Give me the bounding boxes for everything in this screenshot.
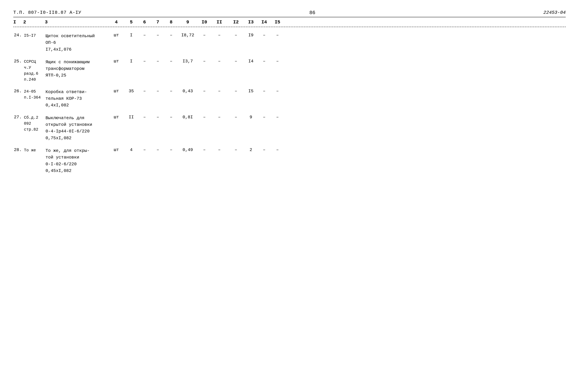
row-5-col-10: – xyxy=(198,147,211,153)
col-header-3: 3 xyxy=(45,20,108,25)
row-2-col-10: – xyxy=(198,58,211,64)
header-divider xyxy=(13,27,566,27)
col-header-6: 6 xyxy=(138,20,151,25)
header-right: 22453-04 xyxy=(543,10,566,15)
row-4-col-7: – xyxy=(151,114,164,120)
row-3-col-11: – xyxy=(211,88,228,94)
row-5-col-3: То же, для откры- той установки 0-I-02-6… xyxy=(45,147,108,174)
row-5-col-5: 4 xyxy=(125,147,138,153)
row-4-col-12: – xyxy=(228,114,244,120)
row-1-col-15: – xyxy=(271,32,284,38)
row-1-col-12: – xyxy=(228,32,244,38)
row-2-col-4: шт xyxy=(108,58,125,64)
col-header-12: I2 xyxy=(228,20,244,25)
row-4-col-8: – xyxy=(164,114,178,120)
row-5-col-11: – xyxy=(211,147,228,153)
row-5-col-6: – xyxy=(138,147,151,153)
row-2-col-5: I xyxy=(125,58,138,64)
row-5-col-1: 28. xyxy=(13,147,23,153)
row-1-col-3: Щиток осветительный ОП-6 I7,4xI,076 xyxy=(45,32,108,53)
row-5-col-2: То же xyxy=(23,147,45,154)
row-2-col-15: – xyxy=(271,58,284,64)
row-4-col-4: шт xyxy=(108,114,125,120)
table-row: 25.ССРСЦ ч.У разд.6 п.240Ящик с понижающ… xyxy=(13,58,566,83)
row-1-col-13: I9 xyxy=(244,32,258,38)
col-header-7: 7 xyxy=(151,20,164,25)
col-header-9: 9 xyxy=(178,20,198,25)
row-5-col-14: – xyxy=(258,147,271,153)
row-3-col-5: 35 xyxy=(125,88,138,94)
table-row: 26.24-05 п.I-364Коробка ответви- тельная… xyxy=(13,88,566,109)
row-2-col-2: ССРСЦ ч.У разд.6 п.240 xyxy=(23,58,45,83)
page-header: Т.П. 807-I0-II8.87 А-IУ 86 22453-04 xyxy=(13,10,566,16)
row-3-col-10: – xyxy=(198,88,211,94)
row-4-col-10: – xyxy=(198,114,211,120)
table-body: 24.I5–I7Щиток осветительный ОП-6 I7,4xI,… xyxy=(13,32,566,174)
row-1-col-10: – xyxy=(198,32,211,38)
row-4-col-5: II xyxy=(125,114,138,120)
col-header-11: II xyxy=(211,20,228,25)
header-center: 86 xyxy=(309,10,315,16)
row-1-col-5: I xyxy=(125,32,138,38)
row-4-col-13: 9 xyxy=(244,114,258,120)
row-2-col-1: 25. xyxy=(13,58,23,64)
row-4-col-9: 0,8I xyxy=(178,114,198,120)
row-1-col-1: 24. xyxy=(13,32,23,38)
row-3-col-2: 24-05 п.I-364 xyxy=(23,88,45,101)
row-5-col-8: – xyxy=(164,147,178,153)
header-left: Т.П. 807-I0-II8.87 А-IУ xyxy=(13,10,81,15)
col-header-13: I3 xyxy=(244,20,258,25)
row-3-col-8: – xyxy=(164,88,178,94)
row-2-col-9: I3,7 xyxy=(178,58,198,64)
row-3-col-7: – xyxy=(151,88,164,94)
row-4-col-1: 27. xyxy=(13,114,23,120)
row-2-col-13: I4 xyxy=(244,58,258,64)
top-divider xyxy=(13,17,566,17)
row-2-col-6: – xyxy=(138,58,151,64)
row-1-col-9: I8,72 xyxy=(178,32,198,38)
col-header-1: I xyxy=(13,20,23,25)
row-3-col-4: шт xyxy=(108,88,125,94)
row-3-col-14: – xyxy=(258,88,271,94)
row-5-col-15: – xyxy=(271,147,284,153)
row-5-col-7: – xyxy=(151,147,164,153)
row-3-col-3: Коробка ответви- тельная КОР-73 0,4xI,08… xyxy=(45,88,108,109)
row-5-col-9: 0,49 xyxy=(178,147,198,153)
row-1-col-8: – xyxy=(164,32,178,38)
row-4-col-6: – xyxy=(138,114,151,120)
row-4-col-14: – xyxy=(258,114,271,120)
row-5-col-4: шт xyxy=(108,147,125,153)
row-2-col-8: – xyxy=(164,58,178,64)
col-header-14: I4 xyxy=(258,20,271,25)
row-3-col-12: – xyxy=(228,88,244,94)
row-1-col-2: I5–I7 xyxy=(23,32,45,39)
table-row: 28.То жеТо же, для откры- той установки … xyxy=(13,147,566,174)
row-4-col-2: Сб.д.2 092 стр.82 xyxy=(23,114,45,133)
row-1-col-11: – xyxy=(211,32,228,38)
row-4-col-11: – xyxy=(211,114,228,120)
row-2-col-11: – xyxy=(211,58,228,64)
row-2-col-7: – xyxy=(151,58,164,64)
row-3-col-6: – xyxy=(138,88,151,94)
col-header-2: 2 xyxy=(23,20,45,25)
table-row: 24.I5–I7Щиток осветительный ОП-6 I7,4xI,… xyxy=(13,32,566,53)
row-2-col-12: – xyxy=(228,58,244,64)
row-3-col-15: – xyxy=(271,88,284,94)
row-4-col-15: – xyxy=(271,114,284,120)
row-1-col-4: шт xyxy=(108,32,125,38)
row-2-col-3: Ящик с понижающим трансформатором ЯТП-0,… xyxy=(45,58,108,79)
row-1-col-14: – xyxy=(258,32,271,38)
row-3-col-13: I5 xyxy=(244,88,258,94)
row-5-col-13: 2 xyxy=(244,147,258,153)
row-1-col-7: – xyxy=(151,32,164,38)
col-header-4: 4 xyxy=(108,20,125,25)
row-5-col-12: – xyxy=(228,147,244,153)
table-row: 27.Сб.д.2 092 стр.82Выключатель для откр… xyxy=(13,114,566,142)
col-header-5: 5 xyxy=(125,20,138,25)
row-4-col-3: Выключатель для открытой установки 0-4-I… xyxy=(45,114,108,142)
col-header-8: 8 xyxy=(164,20,178,25)
row-3-col-9: 0,43 xyxy=(178,88,198,94)
col-header-10: I0 xyxy=(198,20,211,25)
row-1-col-6: – xyxy=(138,32,151,38)
col-header-15: I5 xyxy=(271,20,284,25)
